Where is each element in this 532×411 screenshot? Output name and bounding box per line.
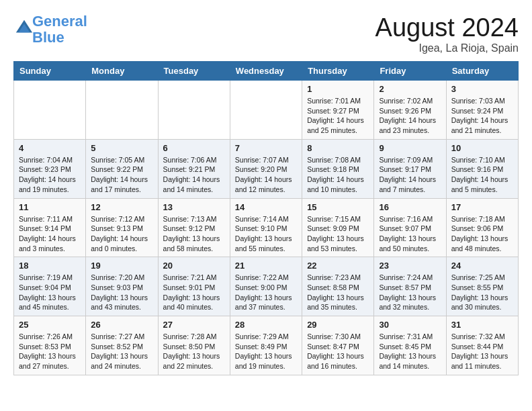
calendar-week: 4Sunrise: 7:04 AM Sunset: 9:23 PM Daylig… [14, 139, 519, 198]
calendar-header: SundayMondayTuesdayWednesdayThursdayFrid… [14, 62, 519, 81]
weekday-header: Thursday [302, 62, 374, 81]
calendar-cell: 18Sunrise: 7:19 AM Sunset: 9:04 PM Dayli… [14, 257, 86, 316]
day-number: 22 [307, 261, 369, 271]
day-number: 19 [91, 261, 152, 271]
day-info: Sunrise: 7:29 AM Sunset: 8:49 PM Dayligh… [235, 332, 297, 371]
day-number: 21 [235, 261, 297, 271]
day-number: 6 [163, 143, 225, 153]
day-number: 1 [307, 84, 369, 94]
day-info: Sunrise: 7:02 AM Sunset: 9:26 PM Dayligh… [379, 96, 441, 136]
day-number: 28 [235, 320, 297, 330]
day-info: Sunrise: 7:03 AM Sunset: 9:24 PM Dayligh… [451, 96, 513, 136]
calendar-week: 1Sunrise: 7:01 AM Sunset: 9:27 PM Daylig… [14, 81, 519, 140]
day-info: Sunrise: 7:15 AM Sunset: 9:09 PM Dayligh… [307, 214, 369, 254]
day-info: Sunrise: 7:31 AM Sunset: 8:45 PM Dayligh… [379, 332, 441, 371]
calendar-cell: 17Sunrise: 7:18 AM Sunset: 9:06 PM Dayli… [446, 198, 518, 257]
day-info: Sunrise: 7:21 AM Sunset: 9:01 PM Dayligh… [163, 273, 225, 312]
day-number: 13 [163, 202, 225, 212]
day-info: Sunrise: 7:04 AM Sunset: 9:23 PM Dayligh… [19, 155, 81, 195]
calendar-cell: 22Sunrise: 7:23 AM Sunset: 8:58 PM Dayli… [302, 257, 374, 316]
calendar-week: 25Sunrise: 7:26 AM Sunset: 8:53 PM Dayli… [14, 316, 519, 375]
day-number: 15 [307, 202, 369, 212]
calendar-cell [230, 81, 302, 140]
day-number: 29 [307, 320, 369, 330]
calendar-cell: 6Sunrise: 7:06 AM Sunset: 9:21 PM Daylig… [158, 139, 230, 198]
day-info: Sunrise: 7:22 AM Sunset: 9:00 PM Dayligh… [235, 273, 297, 312]
calendar-cell: 7Sunrise: 7:07 AM Sunset: 9:20 PM Daylig… [230, 139, 302, 198]
day-number: 24 [451, 261, 513, 271]
calendar-cell: 2Sunrise: 7:02 AM Sunset: 9:26 PM Daylig… [374, 81, 446, 140]
calendar-cell: 5Sunrise: 7:05 AM Sunset: 9:22 PM Daylig… [86, 139, 158, 198]
calendar-cell: 30Sunrise: 7:31 AM Sunset: 8:45 PM Dayli… [374, 316, 446, 375]
calendar-cell: 16Sunrise: 7:16 AM Sunset: 9:07 PM Dayli… [374, 198, 446, 257]
logo-line1: General [32, 13, 87, 30]
logo: General Blue [13, 13, 87, 46]
calendar-cell [14, 81, 86, 140]
calendar-cell: 19Sunrise: 7:20 AM Sunset: 9:03 PM Dayli… [86, 257, 158, 316]
day-info: Sunrise: 7:14 AM Sunset: 9:10 PM Dayligh… [235, 214, 297, 254]
day-number: 16 [379, 202, 441, 212]
calendar-cell: 11Sunrise: 7:11 AM Sunset: 9:14 PM Dayli… [14, 198, 86, 257]
weekday-header: Saturday [446, 62, 518, 81]
calendar-body: 1Sunrise: 7:01 AM Sunset: 9:27 PM Daylig… [14, 81, 519, 375]
day-info: Sunrise: 7:30 AM Sunset: 8:47 PM Dayligh… [307, 332, 369, 371]
month-title: August 2024 [375, 13, 519, 42]
calendar-cell: 31Sunrise: 7:32 AM Sunset: 8:44 PM Dayli… [446, 316, 518, 375]
calendar-cell: 1Sunrise: 7:01 AM Sunset: 9:27 PM Daylig… [302, 81, 374, 140]
calendar-cell: 20Sunrise: 7:21 AM Sunset: 9:01 PM Dayli… [158, 257, 230, 316]
calendar-cell: 24Sunrise: 7:25 AM Sunset: 8:55 PM Dayli… [446, 257, 518, 316]
day-info: Sunrise: 7:28 AM Sunset: 8:50 PM Dayligh… [163, 332, 225, 371]
day-number: 5 [91, 143, 152, 153]
calendar-cell: 12Sunrise: 7:12 AM Sunset: 9:13 PM Dayli… [86, 198, 158, 257]
calendar-cell: 3Sunrise: 7:03 AM Sunset: 9:24 PM Daylig… [446, 81, 518, 140]
day-info: Sunrise: 7:19 AM Sunset: 9:04 PM Dayligh… [19, 273, 81, 312]
day-info: Sunrise: 7:07 AM Sunset: 9:20 PM Dayligh… [235, 155, 297, 195]
calendar-cell [86, 81, 158, 140]
day-info: Sunrise: 7:24 AM Sunset: 8:57 PM Dayligh… [379, 273, 441, 312]
calendar-cell: 28Sunrise: 7:29 AM Sunset: 8:49 PM Dayli… [230, 316, 302, 375]
day-number: 27 [163, 320, 225, 330]
logo-line2: Blue [32, 29, 64, 46]
weekday-header: Tuesday [158, 62, 230, 81]
day-number: 2 [379, 84, 441, 94]
day-info: Sunrise: 7:20 AM Sunset: 9:03 PM Dayligh… [91, 273, 152, 312]
weekday-header: Wednesday [230, 62, 302, 81]
day-info: Sunrise: 7:23 AM Sunset: 8:58 PM Dayligh… [307, 273, 369, 312]
calendar-cell: 23Sunrise: 7:24 AM Sunset: 8:57 PM Dayli… [374, 257, 446, 316]
day-number: 4 [19, 143, 81, 153]
calendar-cell: 8Sunrise: 7:08 AM Sunset: 9:18 PM Daylig… [302, 139, 374, 198]
calendar-table: SundayMondayTuesdayWednesdayThursdayFrid… [13, 61, 519, 375]
day-number: 20 [163, 261, 225, 271]
calendar-week: 11Sunrise: 7:11 AM Sunset: 9:14 PM Dayli… [14, 198, 519, 257]
calendar-cell: 27Sunrise: 7:28 AM Sunset: 8:50 PM Dayli… [158, 316, 230, 375]
day-info: Sunrise: 7:26 AM Sunset: 8:53 PM Dayligh… [19, 332, 81, 371]
day-number: 8 [307, 143, 369, 153]
day-number: 11 [19, 202, 81, 212]
weekday-header: Friday [374, 62, 446, 81]
day-number: 3 [451, 84, 513, 94]
day-info: Sunrise: 7:08 AM Sunset: 9:18 PM Dayligh… [307, 155, 369, 195]
day-number: 26 [91, 320, 152, 330]
day-number: 9 [379, 143, 441, 153]
day-number: 17 [451, 202, 513, 212]
day-number: 30 [379, 320, 441, 330]
day-number: 18 [19, 261, 81, 271]
day-number: 23 [379, 261, 441, 271]
calendar-cell: 14Sunrise: 7:14 AM Sunset: 9:10 PM Dayli… [230, 198, 302, 257]
day-info: Sunrise: 7:05 AM Sunset: 9:22 PM Dayligh… [91, 155, 152, 195]
day-info: Sunrise: 7:11 AM Sunset: 9:14 PM Dayligh… [19, 214, 81, 254]
day-info: Sunrise: 7:25 AM Sunset: 8:55 PM Dayligh… [451, 273, 513, 312]
day-number: 7 [235, 143, 297, 153]
weekday-header: Sunday [14, 62, 86, 81]
calendar-week: 18Sunrise: 7:19 AM Sunset: 9:04 PM Dayli… [14, 257, 519, 316]
day-info: Sunrise: 7:06 AM Sunset: 9:21 PM Dayligh… [163, 155, 225, 195]
day-info: Sunrise: 7:12 AM Sunset: 9:13 PM Dayligh… [91, 214, 152, 254]
calendar-cell: 13Sunrise: 7:13 AM Sunset: 9:12 PM Dayli… [158, 198, 230, 257]
page-header: General Blue August 2024 Igea, La Rioja,… [13, 13, 519, 54]
day-info: Sunrise: 7:13 AM Sunset: 9:12 PM Dayligh… [163, 214, 225, 254]
day-number: 12 [91, 202, 152, 212]
calendar-cell: 26Sunrise: 7:27 AM Sunset: 8:52 PM Dayli… [86, 316, 158, 375]
day-info: Sunrise: 7:10 AM Sunset: 9:16 PM Dayligh… [451, 155, 513, 195]
location: Igea, La Rioja, Spain [375, 42, 519, 54]
day-number: 31 [451, 320, 513, 330]
